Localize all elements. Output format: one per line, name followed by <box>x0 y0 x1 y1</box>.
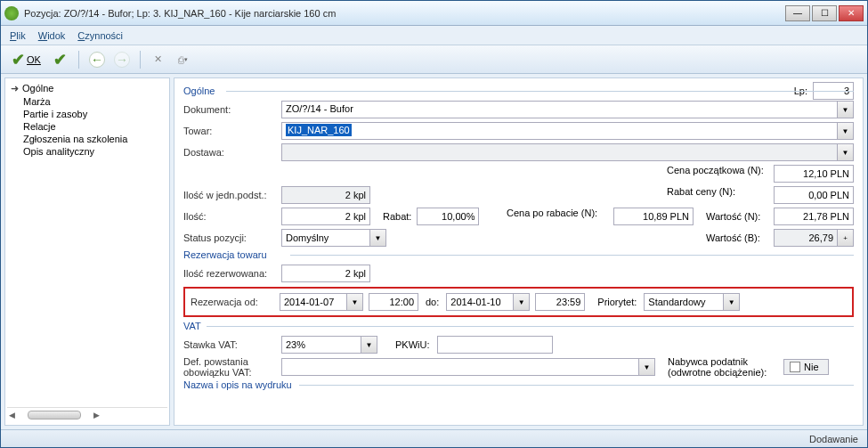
menu-czynnosci[interactable]: Czynności <box>77 30 123 41</box>
priorytet-label: Priorytet: <box>597 297 637 307</box>
rabat-label: Rabat: <box>383 211 411 222</box>
tools-icon: ✕ <box>154 53 162 65</box>
sidebar-item-zgloszenia[interactable]: Zgłoszenia na szkolenia <box>7 133 167 145</box>
dokument-value: ZO/?/14 - Bufor <box>281 101 838 118</box>
scroll-left-icon: ◀ <box>9 411 15 419</box>
main-panel: Lp: Ogólne Dokument: ZO/?/14 - Bufor ▼ T… <box>174 77 864 426</box>
dostawa-dropdown[interactable]: ▼ <box>838 143 854 161</box>
status-input[interactable] <box>281 229 370 247</box>
dokument-field[interactable]: ZO/?/14 - Bufor ▼ <box>281 101 854 118</box>
cena-po-input[interactable] <box>613 208 694 225</box>
wartosc-n-input[interactable] <box>774 208 854 225</box>
status-label: Status pozycji: <box>183 232 281 243</box>
tools-button[interactable]: ✕ <box>148 49 169 70</box>
dostawa-field[interactable]: ▼ <box>281 143 854 161</box>
check-icon: ✔ <box>12 50 25 69</box>
ilosc-input[interactable] <box>281 208 370 225</box>
separator <box>140 51 141 69</box>
print-button[interactable]: ⎙▾ <box>173 49 194 70</box>
ilosc-jedn-label: Ilość w jedn.podst.: <box>183 190 281 200</box>
cena-pocz-label: Cena początkowa (N): <box>667 165 774 183</box>
menu-plik[interactable]: Plik <box>10 30 26 41</box>
arrow-right-icon: → <box>114 52 130 68</box>
def-vat-label: Def. powstania obowiązku VAT: <box>183 356 281 378</box>
arrow-left-icon: ← <box>89 52 105 68</box>
pkwiu-input[interactable] <box>437 336 553 354</box>
statusbar: Dodawanie <box>1 429 867 447</box>
wartosc-b-input <box>774 229 838 247</box>
ilosc-rez-input[interactable] <box>281 265 370 282</box>
rabat-input[interactable] <box>417 208 479 225</box>
menubar: Plik Widok Czynności <box>1 26 867 45</box>
stawka-dropdown[interactable]: ▼ <box>361 336 377 354</box>
body: Ogólne Marża Partie i zasoby Relacje Zgł… <box>1 74 867 429</box>
ilosc-rez-label: Ilość rezerwowana: <box>183 268 281 279</box>
stawka-input[interactable] <box>281 336 361 354</box>
forward-button[interactable]: → <box>111 49 133 70</box>
maximize-button[interactable]: ☐ <box>812 5 837 21</box>
dokument-dropdown[interactable]: ▼ <box>838 101 854 118</box>
ilosc-label: Ilość: <box>183 211 281 222</box>
dostawa-label: Dostawa: <box>183 147 281 158</box>
sidebar-item-ogolne[interactable]: Ogólne <box>7 82 167 95</box>
section-nazwa: Nazwa i opis na wydruku <box>183 379 854 390</box>
app-window: Pozycja: ZO/?/14 - Bufor; Lp: 3. KIJ_NAR… <box>0 0 868 448</box>
def-vat-input[interactable] <box>281 358 639 376</box>
rezerwacja-highlight: Rezerwacja od: ▼ do: ▼ Priorytet: <box>183 287 854 317</box>
sidebar: Ogólne Marża Partie i zasoby Relacje Zgł… <box>4 77 170 426</box>
def-vat-dropdown[interactable]: ▼ <box>639 358 655 376</box>
ok-button[interactable]: ✔ OK <box>6 49 46 70</box>
towar-label: Towar: <box>183 126 281 136</box>
wartosc-n-label: Wartość (N): <box>706 211 774 222</box>
towar-dropdown[interactable]: ▼ <box>838 122 854 140</box>
sidebar-item-relacje[interactable]: Relacje <box>7 120 167 133</box>
pkwiu-label: PKWiU: <box>395 339 430 350</box>
apply-button[interactable]: ✔ <box>50 49 71 70</box>
wartosc-b-label: Wartość (B): <box>706 232 774 243</box>
towar-field[interactable]: KIJ_NAR_160 ▼ <box>281 122 854 140</box>
titlebar: Pozycja: ZO/?/14 - Bufor; Lp: 3. KIJ_NAR… <box>1 1 867 26</box>
scroll-thumb[interactable] <box>28 411 81 419</box>
menu-widok[interactable]: Widok <box>38 30 66 41</box>
sidebar-item-partie[interactable]: Partie i zasoby <box>7 108 167 120</box>
nabywca-label: Nabywca podatnik (odwrotne obciążenie): <box>668 356 783 378</box>
dostawa-value <box>281 143 838 161</box>
rez-do-time-input[interactable] <box>535 293 585 311</box>
rez-od-date-dropdown[interactable]: ▼ <box>347 293 363 311</box>
section-rezerwacja: Rezerwacja towaru <box>183 249 854 260</box>
cena-po-label: Cena po rabacie (N): <box>507 208 613 225</box>
towar-value: KIJ_NAR_160 <box>281 122 838 140</box>
cena-pocz-input[interactable] <box>774 165 854 183</box>
rez-do-date-input[interactable] <box>446 293 514 311</box>
minimize-button[interactable]: — <box>785 5 810 21</box>
check-icon: ✔ <box>53 50 67 69</box>
status-dropdown[interactable]: ▼ <box>370 229 386 247</box>
window-title: Pozycja: ZO/?/14 - Bufor; Lp: 3. KIJ_NAR… <box>24 8 785 19</box>
rez-od-time-input[interactable] <box>369 293 418 311</box>
section-vat: VAT <box>183 321 854 331</box>
rabat-ceny-input[interactable] <box>774 186 854 204</box>
rez-od-date-input[interactable] <box>280 293 347 311</box>
rez-do-date-dropdown[interactable]: ▼ <box>514 293 530 311</box>
rez-do-label: do: <box>426 297 439 307</box>
stawka-label: Stawka VAT: <box>183 339 281 350</box>
wartosc-b-plus[interactable]: + <box>838 229 854 247</box>
priorytet-dropdown[interactable]: ▼ <box>724 293 740 311</box>
app-icon <box>4 6 19 20</box>
priorytet-input[interactable] <box>644 293 724 311</box>
nabywca-checkbox[interactable] <box>790 362 800 372</box>
separator <box>78 51 79 69</box>
sidebar-scrollbar[interactable]: ◀ ▶ <box>7 407 167 421</box>
section-ogolne: Ogólne <box>183 86 854 96</box>
window-buttons: — ☐ ✕ <box>785 5 864 21</box>
rez-od-label: Rezerwacja od: <box>191 297 280 307</box>
scroll-right-icon: ▶ <box>93 411 100 419</box>
nabywca-nie: Nie <box>804 362 819 372</box>
towar-selected-text: KIJ_NAR_160 <box>286 124 352 136</box>
sidebar-item-opis[interactable]: Opis analityczny <box>7 145 167 158</box>
back-button[interactable]: ← <box>86 49 108 70</box>
sidebar-item-marza[interactable]: Marża <box>7 95 167 108</box>
status-text: Dodawanie <box>809 434 858 444</box>
close-button[interactable]: ✕ <box>839 5 864 21</box>
rabat-ceny-label: Rabat ceny (N): <box>667 186 774 204</box>
